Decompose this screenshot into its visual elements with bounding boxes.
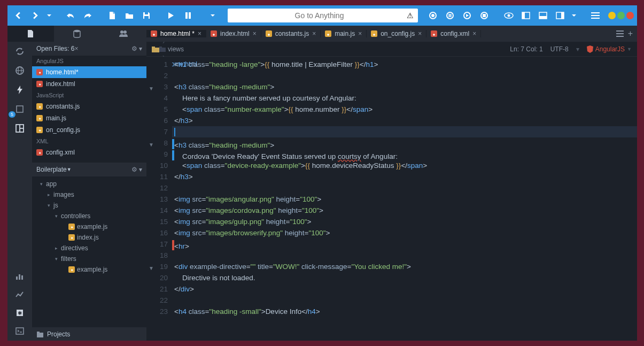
rail-sync-icon[interactable] [14, 46, 25, 57]
gutter-line[interactable]: 6 [149, 115, 168, 126]
sidebar-tab-files[interactable] [7, 26, 54, 42]
code-line[interactable]: <img src="images/cordova.png" height="10… [172, 205, 637, 216]
tab-list-button[interactable] [616, 30, 624, 37]
gutter-line[interactable]: 2 [149, 70, 168, 81]
file-tab[interactable]: ⬥main.js× [321, 30, 367, 37]
code-line[interactable]: </h3> [172, 115, 637, 126]
focus-mode-button[interactable] [501, 8, 516, 23]
gutter-line[interactable]: 9 [149, 149, 168, 160]
tree-twisty-icon[interactable]: ▸ [53, 245, 59, 251]
project-gear-icon[interactable]: ⚙ ▾ [131, 166, 142, 173]
tree-twisty-icon[interactable]: ▸ [46, 192, 51, 197]
tree-folder[interactable]: ▸images [32, 189, 146, 200]
play-button[interactable] [164, 8, 179, 23]
tree-twisty-icon[interactable]: ▾ [46, 203, 51, 208]
code-line[interactable] [172, 250, 637, 261]
layout-left-button[interactable] [518, 8, 533, 23]
gutter-line[interactable]: 4 [149, 93, 168, 104]
project-header-chevron-icon[interactable]: ▼ [67, 167, 72, 172]
gutter-line[interactable]: 20 [149, 272, 168, 283]
tree-twisty-icon[interactable]: ▾ [53, 213, 59, 219]
code-line[interactable]: <img src="images/angular.png" height="10… [172, 194, 637, 205]
code-line[interactable]: <img src="images/browserify.png" height=… [172, 227, 637, 239]
rail-globe-icon[interactable] [14, 65, 25, 76]
code-line[interactable]: Directive is not loaded. [172, 272, 637, 283]
code-line[interactable] [172, 295, 637, 306]
file-tab[interactable]: ⬥index.html× [206, 30, 261, 37]
encoding[interactable]: UTF-8 [550, 45, 569, 53]
code-line[interactable]: <h3 class="heading -medium"> [172, 137, 637, 149]
close-tab-button[interactable]: × [253, 30, 257, 37]
gutter-line[interactable]: 23 [149, 306, 168, 317]
gutter-line[interactable]: 18 [149, 250, 168, 261]
tree-twisty-icon[interactable]: ▾ [38, 181, 44, 187]
save-macro-button[interactable] [477, 8, 492, 23]
rail-changes-icon[interactable] [14, 104, 25, 114]
gutter-line[interactable]: 5 [149, 104, 168, 115]
pause-macro-button[interactable] [443, 8, 457, 23]
forward-menu-button[interactable] [45, 8, 53, 23]
open-files-gear-icon[interactable]: ⚙ ▾ [131, 45, 142, 52]
code-line[interactable]: <h3 class="heading -medium"> [172, 81, 637, 93]
rail-layout-icon[interactable] [14, 123, 25, 134]
layout-right-button[interactable] [553, 8, 568, 23]
minimize-button[interactable] [608, 12, 616, 19]
projects-footer[interactable]: Projects [32, 327, 146, 341]
tree-file[interactable]: ⬥example.js [32, 264, 146, 275]
gutter-line[interactable]: 14 [149, 205, 168, 216]
code-line[interactable]: <span class="device-ready-example">{{ ho… [172, 160, 637, 171]
forward-button[interactable] [28, 8, 43, 23]
rail-terminal-icon[interactable] [14, 326, 25, 336]
maximize-button[interactable] [617, 12, 625, 19]
open-file-item[interactable]: ⬥main.js [32, 112, 146, 124]
layout-menu-button[interactable] [570, 8, 578, 23]
close-tab-button[interactable]: × [472, 30, 476, 37]
file-tab[interactable]: ⬥on_config.js× [367, 30, 426, 37]
code-line[interactable]: <div example-directive="" title="WOW!" c… [172, 261, 637, 272]
save-button[interactable] [139, 8, 154, 23]
code-line[interactable]: <h1 class="heading -large">{{ home.title… [172, 59, 637, 70]
gutter-line[interactable]: 16 [149, 227, 168, 239]
tree-folder[interactable]: ▾js [32, 200, 146, 211]
code-line[interactable]: Here is a fancy number served up courtes… [172, 93, 637, 104]
tree-folder[interactable]: ▾filters [32, 253, 146, 264]
gutter-line[interactable]: 12 [149, 182, 168, 194]
play-macro-button[interactable] [460, 8, 475, 23]
code-line[interactable] [172, 182, 637, 194]
gutter-line[interactable]: 11 [149, 171, 168, 182]
gutter-line[interactable]: ▼3 [149, 81, 168, 93]
open-file-item[interactable]: ⬥on_config.js [32, 124, 146, 136]
open-file-button[interactable] [122, 8, 137, 23]
gutter-line[interactable]: ▼19 [149, 261, 168, 272]
redo-button[interactable] [80, 8, 95, 23]
code-line[interactable]: </h3> [172, 171, 637, 182]
code-line[interactable]: Cordova 'Device Ready' Event Status serv… [172, 149, 637, 160]
file-tab[interactable]: ⬥constants.js× [261, 30, 321, 37]
open-file-item[interactable]: ⬥index.html [32, 78, 146, 90]
code-editor[interactable]: 12▼34567▼89101112131415161718▼1920212223… [146, 57, 637, 341]
go-to-anything-search[interactable]: ⚠ [228, 9, 418, 22]
gutter-line[interactable]: 22 [149, 295, 168, 306]
sidebar-tab-users[interactable] [100, 26, 146, 42]
cursor-position[interactable]: Ln: 7 Col: 1 [510, 45, 542, 53]
new-tab-button[interactable]: + [628, 30, 633, 37]
tree-file[interactable]: ⬥index.js [32, 232, 146, 243]
layout-bottom-button[interactable] [536, 8, 550, 23]
language-mode[interactable]: AngularJS ▼ [587, 45, 632, 53]
record-macro-button[interactable] [425, 8, 440, 23]
breadcrumb-segment[interactable]: views [159, 45, 198, 53]
rail-flash-icon[interactable] [14, 84, 25, 95]
code-line[interactable]: </div> [172, 283, 637, 295]
close-tab-button[interactable]: × [358, 30, 362, 37]
tree-folder[interactable]: ▸directives [32, 243, 146, 253]
new-file-button[interactable] [105, 8, 120, 23]
open-file-item[interactable]: ⬥config.xml [32, 147, 146, 158]
pause-button[interactable] [181, 8, 196, 23]
file-tab[interactable]: ⬥home.html *× [146, 30, 206, 37]
code-line[interactable] [172, 126, 637, 137]
tree-twisty-icon[interactable]: ▾ [53, 256, 59, 262]
gutter-line[interactable]: ▼8 [149, 137, 168, 149]
close-tab-button[interactable]: × [198, 30, 201, 37]
gutter-line[interactable]: 17 [149, 239, 168, 250]
tree-file[interactable]: ⬥example.js [32, 221, 146, 232]
